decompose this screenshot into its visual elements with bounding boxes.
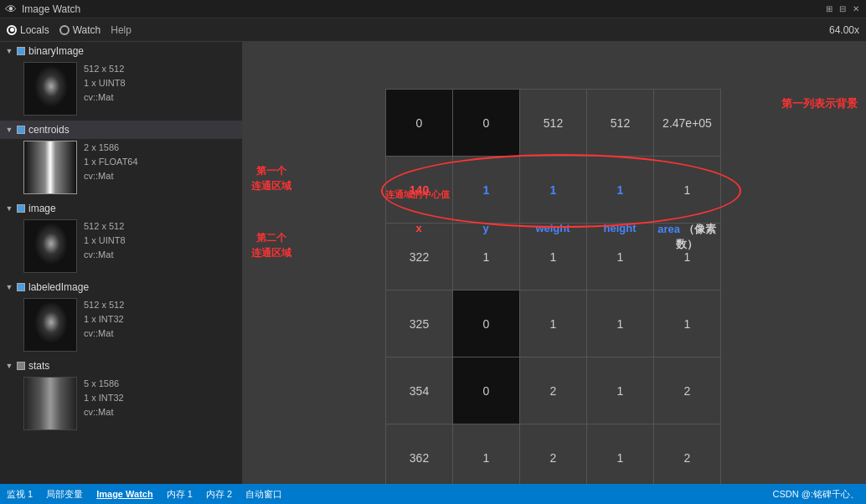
item-channels-image: 1 x UINT8 (84, 234, 126, 247)
item-size-centroids: 2 x 1586 (84, 141, 138, 154)
thumb-bright-binaryImage (24, 63, 76, 115)
help-label[interactable]: Help (111, 24, 131, 36)
thumb-bright-image (24, 220, 76, 272)
thumbnail-img-image (23, 219, 77, 273)
thumbnail-binaryImage: 512 x 512 1 x UINT8 cv::Mat (23, 60, 242, 117)
cell-2-2: 1 (520, 224, 587, 291)
tree-item-image: ▼ image 512 x 512 1 x UINT8 cv::Mat (0, 199, 242, 278)
thumbnail-img-binaryImage (23, 62, 77, 116)
cell-4-2: 2 (520, 357, 587, 424)
item-label-image: image (28, 203, 56, 214)
item-channels-labeledImage: 1 x INT32 (84, 312, 124, 326)
grid-row-3: 325 0 1 1 1 (386, 291, 721, 357)
item-meta-labeledImage: 512 x 512 1 x INT32 cv::Mat (84, 298, 124, 340)
expand-arrow-stats: ▼ (5, 362, 13, 370)
tree-item-details-labeledImage: 512 x 512 1 x INT32 cv::Mat (0, 296, 242, 357)
sidebar: ▼ binaryImage 512 x 512 1 x UINT8 cv::Ma… (0, 42, 243, 484)
annotation-first-connected: 第一个连通区域 (251, 163, 291, 193)
zoom-level: 64.00x (829, 24, 859, 36)
cell-5-1: 1 (453, 424, 520, 485)
item-icon-labeledImage (17, 283, 25, 291)
cell-3-1: 0 (453, 291, 520, 357)
thumbnail-labeledImage: 512 x 512 1 x INT32 cv::Mat (23, 296, 242, 353)
item-type-binaryImage: cv::Mat (84, 90, 126, 104)
thumbnail-stats: 5 x 1586 1 x INT32 cv::Mat (23, 375, 242, 432)
status-item-locals[interactable]: 局部变量 (46, 488, 83, 501)
expand-arrow-image: ▼ (5, 204, 13, 213)
cell-0-0: 0 (386, 90, 453, 157)
item-label-binaryImage: binaryImage (28, 45, 84, 57)
tree-item-stats: ▼ stats 5 x 1586 1 x INT32 cv::Mat (0, 357, 242, 435)
content-area[interactable]: 0 0 512 512 2.47e+05 140 1 1 1 1 322 (243, 42, 866, 484)
header-height: 1 (587, 157, 654, 224)
tree-item-header-image[interactable]: ▼ image (0, 199, 242, 218)
thumbnail-centroids: 2 x 1586 1 x FLOAT64 cv::Mat (23, 139, 242, 196)
item-icon-centroids (17, 126, 25, 134)
grid-row-0: 0 0 512 512 2.47e+05 (386, 90, 721, 157)
status-bar: 监视 1 局部变量 Image Watch 内存 1 内存 2 自动窗口 CSD… (0, 484, 866, 504)
cell-3-0: 325 (386, 291, 453, 357)
tree-item-details-image: 512 x 512 1 x UINT8 cv::Mat (0, 218, 242, 278)
grid-row-2: 322 1 1 1 1 (386, 224, 721, 291)
item-meta-image: 512 x 512 1 x UINT8 cv::Mat (84, 219, 126, 261)
tree-item-centroids: ▼ centroids 2 x 1586 1 x FLOAT64 cv::Mat (0, 121, 242, 199)
item-type-labeledImage: cv::Mat (84, 327, 124, 340)
cell-5-2: 2 (520, 424, 587, 485)
cell-5-0: 362 (386, 424, 453, 485)
status-item-memory2[interactable]: 内存 2 (206, 488, 232, 501)
cell-0-3: 512 (587, 90, 654, 157)
watch-radio[interactable]: Watch (59, 24, 101, 36)
title-bar: 👁 Image Watch ⊞ ⊟ ✕ (0, 0, 866, 18)
status-bar-right-text: CSDN @:铭碑千心、 (773, 488, 859, 501)
item-type-centroids: cv::Mat (84, 169, 138, 183)
annotation-second-connected: 第二个连通区域 (251, 230, 291, 260)
cell-2-4: 1 (654, 224, 721, 291)
cell-2-0: 322 (386, 224, 453, 291)
toolbar: Locals Watch Help 64.00x (0, 18, 866, 42)
tree-item-header-centroids[interactable]: ▼ centroids (0, 121, 242, 139)
pin-button[interactable]: ⊞ (824, 4, 834, 14)
cell-4-0: 354 (386, 357, 453, 424)
item-meta-binaryImage: 512 x 512 1 x UINT8 cv::Mat (84, 62, 126, 104)
tree-item-binaryImage: ▼ binaryImage 512 x 512 1 x UINT8 cv::Ma… (0, 42, 242, 121)
thumbnail-img-stats (23, 377, 77, 430)
item-channels-centroids: 1 x FLOAT64 (84, 155, 138, 168)
tree-item-header-stats[interactable]: ▼ stats (0, 357, 242, 375)
status-item-autowindow[interactable]: 自动窗口 (245, 488, 282, 501)
header-area: 1 (654, 157, 721, 224)
tree-item-header-labeledImage[interactable]: ▼ labeledImage (0, 278, 242, 296)
locals-radio[interactable]: Locals (7, 24, 49, 36)
cell-4-1: 0 (453, 357, 520, 424)
thumb-stats-img (24, 378, 76, 429)
cell-0-4: 2.47e+05 (654, 90, 721, 157)
grid-row-5: 362 1 2 1 2 (386, 424, 721, 485)
main-layout: ▼ binaryImage 512 x 512 1 x UINT8 cv::Ma… (0, 42, 866, 484)
cell-5-3: 1 (587, 424, 654, 485)
item-icon-binaryImage (17, 47, 25, 55)
cell-5-4: 2 (654, 424, 721, 485)
close-button[interactable]: ✕ (851, 4, 861, 14)
tree-item-details-centroids: 2 x 1586 1 x FLOAT64 cv::Mat (0, 139, 242, 199)
thumb-centroids-img (24, 141, 76, 193)
toolbar-left: Locals Watch Help (7, 24, 131, 36)
cell-3-2: 1 (520, 291, 587, 357)
dock-button[interactable]: ⊟ (838, 4, 848, 14)
status-item-watch1[interactable]: 监视 1 (7, 488, 33, 501)
watch-label: Watch (73, 24, 101, 36)
cell-2-3: 1 (587, 224, 654, 291)
status-item-imagewatch[interactable]: Image Watch (96, 489, 152, 499)
grid-row-4: 354 0 2 1 2 (386, 357, 721, 424)
expand-arrow-labeledImage: ▼ (5, 283, 13, 291)
tree-item-header-binaryImage[interactable]: ▼ binaryImage (0, 42, 242, 60)
expand-arrow-binaryImage: ▼ (5, 47, 13, 55)
item-size-labeledImage: 512 x 512 (84, 298, 124, 311)
app-title: Image Watch (22, 3, 80, 15)
header-y: 1 (453, 157, 520, 224)
status-item-memory1[interactable]: 内存 1 (167, 488, 193, 501)
cell-3-3: 1 (587, 291, 654, 357)
title-bar-left: 👁 Image Watch (5, 3, 80, 16)
annotation-centroid-note: 连通域的中心值 (385, 188, 450, 201)
expand-arrow-centroids: ▼ (5, 126, 13, 134)
thumbnail-img-centroids (23, 141, 77, 194)
item-icon-stats (17, 362, 25, 370)
